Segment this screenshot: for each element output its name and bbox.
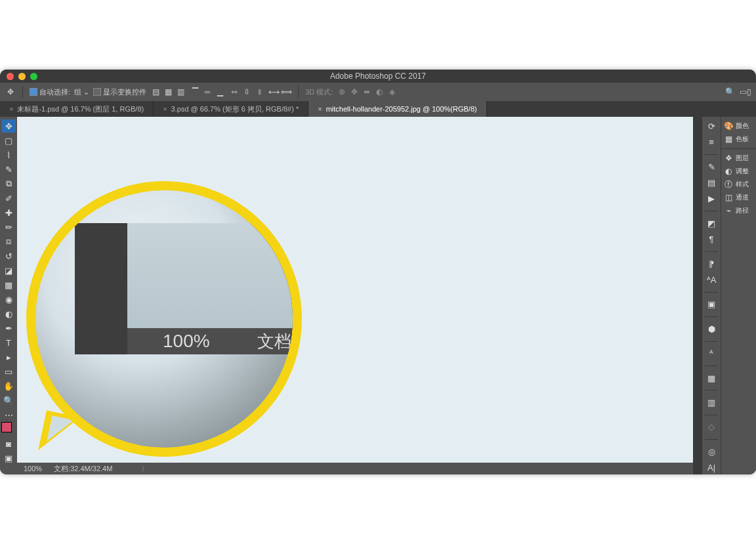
magnified-status-bar: 100% 文档 — [127, 328, 298, 354]
cc-panel-icon[interactable]: ◎ — [704, 445, 719, 458]
properties-panel-icon[interactable]: ≡ — [704, 135, 719, 148]
channels-panel-tab[interactable]: ◫通道 — [721, 191, 756, 204]
crop-tool[interactable]: ⧉ — [1, 177, 16, 190]
color-icon: 🎨 — [724, 121, 733, 131]
adjust-icon: ◐ — [724, 167, 733, 176]
paths-icon: ⌁ — [724, 206, 733, 215]
zoom-tool[interactable]: 🔍 — [1, 394, 16, 407]
styles-panel-tab[interactable]: ⓕ样式 — [721, 178, 756, 191]
history-panel-icon[interactable]: ⟳ — [704, 119, 719, 133]
swatches-icon: ▦ — [724, 135, 733, 144]
options-bar: ✥ 自动选择: 组 ⌄ 显示变换控件 ▤ ▦ ▥ ▔ ═ ▁ ⇿ ⇳ ⫴ ⟷ ⟺… — [0, 83, 756, 101]
tab-label: 3.psd @ 66.7% (矩形 6 拷贝, RGB/8#) * — [171, 104, 299, 114]
align-right-icon[interactable]: ▥ — [175, 87, 186, 97]
eyedropper-tool[interactable]: ✐ — [1, 192, 16, 205]
healing-tool[interactable]: ✚ — [1, 206, 16, 219]
status-menu-chevron[interactable]: 〉 — [141, 464, 148, 474]
dodge-tool[interactable]: ◐ — [1, 307, 16, 320]
paragraph-panel-icon[interactable]: ¶ — [704, 233, 719, 246]
magnified-zoom-value: 100% — [163, 331, 210, 352]
magnified-doc-label: 文档 — [257, 330, 291, 353]
distribute-h-icon[interactable]: ⇿ — [229, 87, 240, 97]
align-bottom-icon[interactable]: ▁ — [215, 87, 225, 97]
learn-panel-icon[interactable]: ◇ — [704, 421, 719, 434]
brush-panel-icon[interactable]: ✎ — [704, 160, 719, 173]
right-panels: ⟳ ≡ ✎ ▤ ▶ ◩ ¶ ⁋ ᴬA ▣ ⬢ ᴬ ▦ — [702, 117, 756, 474]
distribute-width-icon[interactable]: ⟷ — [268, 87, 279, 97]
magnified-canvas-corner — [127, 223, 298, 328]
align-top-icon[interactable]: ▔ — [190, 87, 200, 97]
document-tab[interactable]: ×3.psd @ 66.7% (矩形 6 拷贝, RGB/8#) * — [154, 101, 308, 117]
marquee-tool[interactable]: ▢ — [1, 134, 16, 147]
tab-label: mitchell-hollander-205952.jpg @ 100%(RGB… — [326, 105, 477, 113]
gradient-tool[interactable]: ▦ — [1, 278, 16, 291]
distribute-space-icon[interactable]: ⫴ — [254, 87, 264, 97]
document-tab[interactable]: ×未标题-1.psd @ 16.7% (图层 1, RGB/8) — [0, 101, 154, 117]
screen-mode-toggle[interactable]: ▣ — [1, 452, 16, 465]
collapsed-panel-ribbon: ⟳ ≡ ✎ ▤ ▶ ◩ ¶ ⁋ ᴬA ▣ ⬢ ᴬ ▦ — [702, 117, 721, 474]
path-select-tool[interactable]: ▸ — [1, 350, 16, 364]
clone-tool[interactable]: ⧈ — [1, 235, 16, 248]
lasso-tool[interactable]: ⌇ — [1, 148, 16, 161]
align-left-icon[interactable]: ▤ — [150, 87, 161, 97]
blur-tool[interactable]: ◉ — [1, 293, 16, 306]
workspace-switcher-icon[interactable]: ▭▯ — [740, 87, 751, 97]
color-panel-tab[interactable]: 🎨颜色 — [721, 119, 756, 133]
tab-label: 未标题-1.psd @ 16.7% (图层 1, RGB/8) — [17, 104, 144, 114]
distribute-v-icon[interactable]: ⇳ — [242, 87, 252, 97]
brush-presets-panel-icon[interactable]: ▤ — [704, 176, 719, 189]
document-tabs: ×未标题-1.psd @ 16.7% (图层 1, RGB/8) ×3.psd … — [0, 101, 756, 117]
edit-toolbar[interactable]: ⋯ — [1, 408, 16, 421]
pen-tool[interactable]: ✒ — [1, 322, 16, 335]
3d-panel-icon[interactable]: ⬢ — [704, 322, 719, 335]
3d-slide-icon: ⬌ — [362, 87, 372, 97]
close-tab-icon[interactable]: × — [163, 105, 167, 113]
navigator-panel-icon[interactable]: ▣ — [704, 298, 719, 311]
paths-panel-tab[interactable]: ⌁路径 — [721, 204, 756, 217]
shape-tool[interactable]: ▭ — [1, 365, 16, 378]
move-tool[interactable]: ✥ — [1, 119, 16, 133]
libraries-panel-icon[interactable]: ▦ — [704, 371, 719, 385]
auto-select-dropdown[interactable]: 组 ⌄ — [74, 87, 89, 97]
swatches-panel-tab[interactable]: ▦色板 — [721, 133, 756, 146]
titlebar[interactable]: Adobe Photoshop CC 2017 — [0, 70, 756, 83]
3d-scale-icon: ◈ — [387, 87, 397, 97]
align-center-h-icon[interactable]: ▦ — [163, 87, 173, 97]
auto-select-label: 自动选择: — [39, 87, 70, 97]
zoom-level[interactable]: 100% — [24, 465, 42, 472]
character-panel-icon[interactable]: ᴬA — [704, 273, 719, 286]
doc-size[interactable]: 文档:32.4M/32.4M — [54, 464, 112, 474]
search-icon[interactable]: 🔍 — [724, 87, 735, 97]
color-swatches[interactable] — [1, 423, 16, 436]
layer-comps-panel-icon[interactable]: ▥ — [704, 396, 719, 409]
type-panel-icon[interactable]: A| — [704, 461, 719, 474]
document-tab-active[interactable]: ×mitchell-hollander-205952.jpg @ 100%(RG… — [308, 101, 487, 117]
align-center-v-icon[interactable]: ═ — [202, 87, 213, 97]
layers-icon: ❖ — [724, 154, 733, 163]
vertical-scrollbar[interactable] — [693, 117, 702, 474]
quick-select-tool[interactable]: ✎ — [1, 163, 16, 176]
close-tab-icon[interactable]: × — [318, 105, 322, 113]
character-styles-panel-icon[interactable]: ᴬ — [704, 347, 719, 360]
auto-select-checkbox[interactable]: 自动选择: — [30, 87, 70, 97]
move-tool-icon: ✥ — [5, 87, 16, 97]
show-transform-checkbox[interactable]: 显示变换控件 — [93, 87, 146, 97]
adjustments-panel-tab[interactable]: ◐调整 — [721, 165, 756, 178]
eraser-tool[interactable]: ◪ — [1, 264, 16, 277]
styles-icon: ⓕ — [724, 179, 733, 190]
play-icon[interactable]: ▶ — [704, 192, 719, 205]
quick-mask-toggle[interactable]: ◙ — [1, 437, 16, 450]
channels-icon: ◫ — [724, 193, 733, 202]
glyphs-panel-icon[interactable]: ⁋ — [704, 257, 719, 270]
status-bar: 100% 文档:32.4M/32.4M 〉 — [17, 463, 693, 474]
history-brush-tool[interactable]: ↺ — [1, 249, 16, 262]
distribute-height-icon[interactable]: ⟺ — [281, 87, 291, 97]
mode-3d-label: 3D 模式: — [305, 87, 333, 97]
show-transform-label: 显示变换控件 — [103, 87, 146, 97]
hand-tool[interactable]: ✋ — [1, 379, 16, 392]
brush-tool[interactable]: ✏ — [1, 220, 16, 234]
info-panel-icon[interactable]: ◩ — [704, 217, 719, 230]
layers-panel-tab[interactable]: ❖图层 — [721, 152, 756, 165]
close-tab-icon[interactable]: × — [9, 105, 13, 113]
type-tool[interactable]: T — [1, 336, 16, 349]
